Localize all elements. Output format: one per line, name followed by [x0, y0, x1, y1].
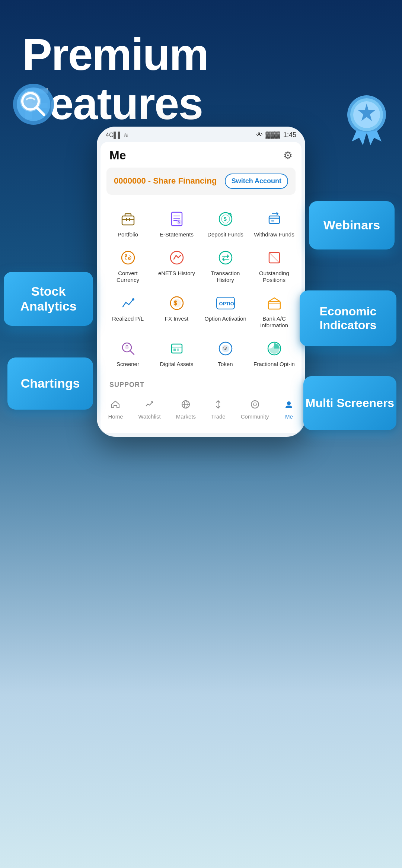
menu-item-option[interactable]: OPTION Option Activation — [202, 289, 249, 333]
convert-icon: $ € — [119, 248, 137, 267]
page-title: Premium Features — [22, 30, 380, 128]
screener-icon — [119, 339, 137, 358]
app-header: Me ⚙ — [100, 142, 302, 168]
convert-label: Convert Currency — [106, 270, 149, 283]
menu-item-withdraw[interactable]: Withdraw Funds — [251, 204, 298, 242]
home-icon — [111, 400, 120, 412]
menu-item-bank[interactable]: Bank A/C Information — [251, 289, 298, 333]
menu-item-realized[interactable]: Realized P/L — [104, 289, 151, 333]
markets-icon — [181, 400, 191, 412]
switch-account-button[interactable]: Switch Account — [225, 174, 288, 189]
menu-item-fxinvest[interactable]: $ FX Invest — [153, 289, 200, 333]
realized-label: Realized P/L — [112, 315, 144, 322]
eye-icon: 👁 — [256, 131, 263, 139]
bottom-nav: Home Watchlist Markets Trade — [100, 395, 302, 426]
option-icon: OPTION — [216, 294, 235, 312]
nav-markets[interactable]: Markets — [176, 400, 196, 420]
menu-item-estatement[interactable]: $ E-Statements — [153, 204, 200, 242]
watchlist-icon — [145, 400, 154, 412]
estatement-icon: $ — [168, 210, 186, 228]
badge-deco-icon — [342, 93, 391, 149]
fxinvest-label: FX Invest — [165, 315, 188, 322]
menu-item-convert[interactable]: $ € Convert Currency — [104, 243, 151, 287]
battery-icon: ▓▓▓ — [266, 131, 280, 139]
nav-watchlist[interactable]: Watchlist — [138, 400, 160, 420]
svg-text:OPTION: OPTION — [219, 301, 235, 306]
svg-text:$: $ — [174, 300, 177, 306]
nav-community[interactable]: Community — [241, 400, 269, 420]
nav-me[interactable]: Me — [284, 400, 294, 420]
fxinvest-icon: $ — [168, 294, 186, 312]
svg-rect-47 — [173, 349, 176, 351]
bank-label: Bank A/C Information — [253, 315, 296, 329]
stock-analytics-badge: Stock Analytics — [4, 272, 93, 326]
menu-item-fractional[interactable]: Fractional Opt-in — [251, 334, 298, 371]
svg-text:$: $ — [224, 216, 227, 222]
trade-icon — [213, 400, 223, 412]
nav-markets-label: Markets — [176, 413, 196, 420]
menu-item-deposit[interactable]: $ Deposit Funds — [202, 204, 249, 242]
portfolio-icon — [119, 210, 137, 228]
account-name: 0000000 - Share Financing — [114, 176, 217, 187]
svg-rect-40 — [268, 302, 280, 309]
svg-text:€: € — [128, 257, 130, 261]
svg-point-30 — [170, 251, 183, 264]
svg-line-33 — [269, 252, 280, 263]
svg-rect-23 — [269, 216, 280, 223]
withdraw-icon — [265, 210, 284, 228]
nav-me-label: Me — [285, 413, 293, 420]
settings-icon[interactable]: ⚙ — [283, 149, 293, 162]
menu-grid: Portfolio $ E-Statements — [100, 201, 302, 371]
svg-point-34 — [132, 298, 134, 301]
outstanding-label: Outstanding Positions — [253, 270, 296, 283]
nav-home[interactable]: Home — [108, 400, 123, 420]
stock-analytics-label: Stock Analytics — [4, 284, 93, 313]
option-label: Option Activation — [204, 315, 246, 322]
bank-icon — [265, 294, 284, 312]
svg-point-57 — [251, 401, 259, 408]
phone-mockup: 4G▌▌ ≋ 👁 ▓▓▓ 1:45 Me ⚙ 0000000 - Share F… — [97, 127, 305, 437]
svg-point-44 — [125, 346, 129, 349]
menu-item-token[interactable]: 🎲 Token — [202, 334, 249, 371]
menu-item-digital[interactable]: Digital Assets — [153, 334, 200, 371]
support-label: SUPPORT — [109, 381, 144, 388]
svg-point-59 — [287, 401, 291, 405]
menu-item-transaction[interactable]: Transaction History — [202, 243, 249, 287]
nav-home-label: Home — [108, 413, 123, 420]
svg-point-31 — [219, 251, 232, 264]
transaction-icon — [216, 248, 235, 267]
status-bar: 4G▌▌ ≋ 👁 ▓▓▓ 1:45 — [97, 127, 305, 142]
menu-item-screener[interactable]: Screener — [104, 334, 151, 371]
time: 1:45 — [283, 131, 296, 139]
webinars-badge: Webinars — [309, 201, 395, 249]
svg-rect-25 — [271, 220, 274, 222]
nav-community-label: Community — [241, 413, 269, 420]
account-box: 0000000 - Share Financing Switch Account — [106, 168, 296, 195]
menu-item-portfolio[interactable]: Portfolio — [104, 204, 151, 242]
menu-item-enets[interactable]: eNETS History — [153, 243, 200, 287]
outstanding-icon — [265, 248, 284, 267]
status-right: 👁 ▓▓▓ 1:45 — [256, 131, 296, 139]
deposit-icon: $ — [216, 210, 235, 228]
me-icon — [284, 400, 294, 412]
economic-indicators-label: Economic Indicators — [300, 305, 396, 332]
phone-content: Me ⚙ 0000000 - Share Financing Switch Ac… — [100, 142, 302, 433]
menu-item-outstanding[interactable]: Outstanding Positions — [251, 243, 298, 287]
support-section: SUPPORT — [100, 375, 302, 395]
transaction-label: Transaction History — [204, 270, 247, 283]
chartings-label: Chartings — [21, 376, 80, 391]
nav-trade[interactable]: Trade — [211, 400, 226, 420]
enets-icon — [168, 248, 186, 267]
chartings-badge: Chartings — [7, 357, 93, 410]
svg-text:🎲: 🎲 — [223, 346, 227, 350]
deposit-label: Deposit Funds — [207, 231, 243, 238]
token-icon: 🎲 — [216, 339, 235, 358]
fractional-label: Fractional Opt-in — [253, 361, 295, 368]
enets-label: eNETS History — [158, 270, 195, 277]
multi-screeners-label: Multi Screeners — [306, 396, 394, 410]
status-network: 4G▌▌ ≋ — [106, 131, 128, 139]
svg-line-43 — [130, 350, 134, 354]
withdraw-label: Withdraw Funds — [254, 231, 294, 238]
svg-rect-9 — [122, 216, 134, 225]
webinars-label: Webinars — [323, 218, 380, 232]
